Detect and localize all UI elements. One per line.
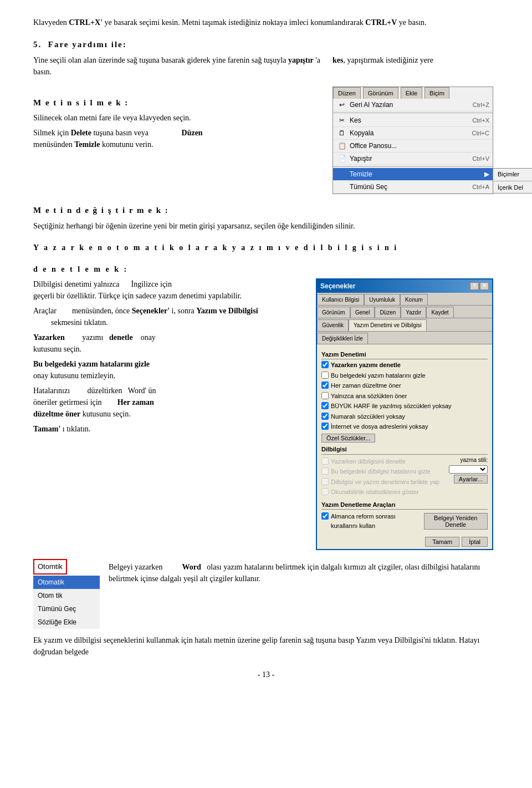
dialog-tabs-row4: Değişiklikleri İzle [317,332,492,344]
dialog-title-buttons: ? ✕ [470,282,489,290]
cb-bu-belgedeki-dilbilgisi-input[interactable] [321,467,329,475]
menu-geri-al-shortcut: Ctrl+Z [473,100,489,110]
submenu-icerik[interactable]: İçerik Del [493,182,532,194]
dilbilgisi-content: Yazarken dilbilgisini denetle Bu belgede… [321,456,488,498]
word-bold: Word [182,563,201,571]
cb-okunabilirlik: Okunabilirlik istatistiklerini göster [321,487,446,497]
kes-bold: kes [332,56,343,64]
yapistir-bold: yapıştır [288,56,314,64]
cb-okunabilirlik-input[interactable] [321,488,329,495]
yazim-section-title: Yazım Denetimi [321,350,488,360]
cb-bu-belgedeki: Bu belgedeki yazım hatalarını gizle [321,371,488,380]
tab-duzen[interactable]: Düzen [333,87,361,99]
iptal-dialog-btn[interactable]: İptal [462,537,488,547]
menu-kopyala[interactable]: 🗒 Kopyala Ctrl+C [333,127,493,140]
menu-geri-al[interactable]: ↩ Geri Al Yazılan Ctrl+Z [333,99,493,111]
cb-buyuk-harf-label: BÜYÜK HARF ile yazılmış sözcükleri yoksa… [331,401,452,411]
tab-uyumluluk[interactable]: Uyumluluk [364,294,400,305]
bu-belge-bold: Bu belgedeki yazım hatalarını gizle [33,360,150,368]
cb-numarali-label: Numaralı sözcükleri yoksay [331,412,405,421]
metin-degistirmek-section: M e t i n d e ğ i ş t i r m e k : Seçtiğ… [33,204,499,232]
delete-bold: Delete [71,129,91,137]
geri-al-icon: ↩ [336,100,347,109]
tab-kaydet[interactable]: Kaydet [426,307,453,318]
cb-bu-belgedeki-dilbilgisi-label: Bu belgedeki dilbilgisi hatalarını gizle [331,467,431,476]
tab-ekle[interactable]: Ekle [401,87,422,99]
cb-internet: İnternet ve dosya adreslerini yoksay [321,422,488,431]
cb-yalnizca-input[interactable] [321,392,329,399]
close-btn[interactable]: ✕ [480,282,489,290]
tamam-dialog-btn[interactable]: Tamam [425,537,459,547]
cb-yazarken-yazimi: Yazarken yazımı denetle [321,360,488,370]
cb-yazarken-yazimi-label: Yazarken yazımı denetle [331,360,401,370]
cb-her-zaman-input[interactable] [321,382,329,389]
tab-degisiklikler[interactable]: Değişiklikleri İzle [317,333,368,344]
belgeyi-para-right: Belgeyi yazarken Word olası yazım hatala… [109,559,499,588]
araclar-row: Almanca reform sonrası kurallarını kulla… [321,511,488,531]
cb-buyuk-harf: BÜYÜK HARF ile yazılmış sözcükleri yoksa… [321,401,488,411]
cb-her-zaman: Her zaman düzeltme öner [321,381,488,390]
cb-bu-belgedeki-dilbilgisi: Bu belgedeki dilbilgisi hatalarını gizle [321,467,446,476]
metin-silmek-header: M e t i n s i l m e k : [33,96,321,109]
top-paragraph-1: Klavyeden CTRL+X' ye basarak seçimi kesi… [33,17,499,28]
menu-tumunu-sec[interactable]: Tümünü Seç Ctrl+A [333,181,493,194]
cb-yazarken-yazimi-input[interactable] [321,361,329,368]
popup-sozluge-ekle[interactable]: Sözlüğe Ekle [33,616,100,629]
tab-genel[interactable]: Genel [350,307,375,318]
araclar-para: Araçlar menüsünden, önce Seçenekler' i, … [33,305,305,328]
tab-gorunu2[interactable]: Görünüm [317,307,350,318]
cb-yazarken-dilbilgisi-input[interactable] [321,457,329,465]
ayarlar-button[interactable]: Ayarlar... [454,475,488,484]
menu-yapistir[interactable]: 📄 Yapıştır Ctrl+V [333,152,493,165]
popup-otomatik[interactable]: Otomatik [33,576,100,589]
menu-kes[interactable]: ✂ Kes Ctrl+X [333,114,493,127]
cb-dilbilgisi-yazim: Dilbilgisi ve yazım denetimini birlikte … [321,477,446,487]
menu-yapistir-shortcut: Ctrl+V [472,154,489,164]
cb-yazarken-dilbilgisi-label: Yazarken dilbilgisini denetle [331,457,406,466]
dialog-title: Seçenekler [320,281,355,291]
context-menu: Düzen Görünüm Ekle Biçim ↩ Geri Al Yazıl… [332,87,493,195]
submenu-separator [493,181,532,181]
dilbilgisi-para: Dilbilgisi denetimi yalnızca İngilizce i… [33,278,305,302]
cb-almanca-input[interactable] [321,512,329,520]
cb-internet-input[interactable] [321,423,329,430]
tab-kullanici[interactable]: Kullanıcı Bilgisi [317,294,364,305]
cb-yazarken-dilbilgisi: Yazarken dilbilgisini denetle [321,457,446,466]
otomtik-popup: Otomatik Otom tik Tümünü Geç Sözlüğe Ekl… [33,576,100,629]
tab-bicim[interactable]: Biçim [424,87,449,99]
belgeyi-yeniden-btn[interactable]: Belgeyi Yeniden Denetle [424,513,488,530]
tab-yazim-denetimi[interactable]: Yazım Denetimi ve Dilbilgisi [349,319,427,331]
menu-tumunu-shortcut: Ctrl+A [472,182,489,192]
separator-1 [333,113,493,113]
cb-bu-belgedeki-input[interactable] [321,372,329,379]
tamam-bold: Tamam' [33,425,60,433]
submenu-bicimler[interactable]: Biçimler [493,169,532,180]
temizle-bold: Temizle [74,140,100,149]
office-icon: 📋 [336,141,347,150]
yazim-stili-select[interactable] [449,465,488,474]
duzeltme-bold: düzeltme öner [33,410,80,418]
help-btn[interactable]: ? [470,282,479,290]
yazarken-section: Y a z a r k e n o t o m a t i k o l a r … [33,242,499,275]
tab-konum[interactable]: Konum [400,294,428,305]
yazim-bold: Yazım ve Dilbilgisi [196,307,258,315]
secenekler-dialog: Seçenekler ? ✕ Kullanıcı Bilgisi Uyumlul… [316,278,493,551]
tab-guvenlik[interactable]: Güvenlik [317,319,349,331]
duzen-label: Düzen [182,129,203,137]
top-text-1: ye basarak seçimi kesin. Metni taşımak i… [103,18,365,27]
cb-dilbilgisi-yazim-input[interactable] [321,478,329,485]
temizle-icon [336,170,347,179]
ozel-sozlukler-btn[interactable]: Özel Sözlükler... [321,434,375,443]
yazarken-layout: Dilbilgisi denetimi yalnızca İngilizce i… [33,278,499,551]
popup-tumunu-gec[interactable]: Tümünü Geç [33,602,100,616]
cb-dilbilgisi-yazim-label: Dilbilgisi ve yazım denetimini birlikte … [331,477,439,487]
cb-numarali-input[interactable] [321,413,329,420]
menu-temizle[interactable]: Temizle ▶ [333,168,493,181]
popup-otomtik[interactable]: Otom tik [33,589,100,602]
tab-gorunu[interactable]: Görünüm [363,87,398,99]
cb-buyuk-harf-input[interactable] [321,402,329,409]
tab-yazdir[interactable]: Yazdır [401,307,426,318]
hatalarinizi-para: Hatalarınızı düzeltirken Word' ün öneril… [33,385,305,420]
menu-office[interactable]: 📋 Office Panosu... [333,140,493,152]
tab-duzen2[interactable]: Düzen [375,307,401,318]
